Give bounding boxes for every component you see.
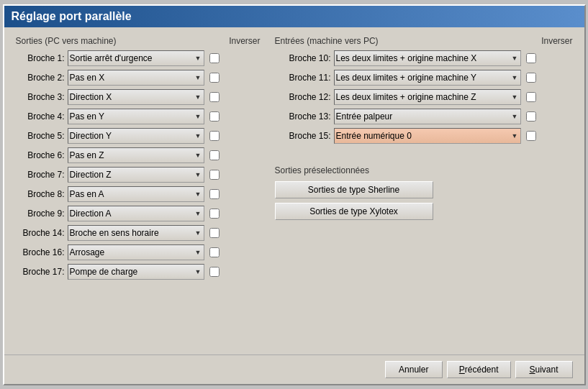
select-wrapper: Entrée numérique 0 — [334, 128, 521, 144]
left-column: Sorties (PC vers machine) Inverser Broch… — [16, 36, 261, 346]
preselect-section: Sorties préselectionnées Sorties de type… — [275, 165, 573, 220]
row-select[interactable]: Pas en X — [68, 70, 204, 86]
right-row: Broche 12:Les deux limites + origine mac… — [275, 89, 573, 105]
select-wrapper: Direction A — [68, 206, 204, 221]
inverser-checkbox[interactable] — [209, 131, 220, 141]
row-label: Broche 16: — [16, 247, 65, 257]
row-select[interactable]: Pas en Y — [68, 109, 204, 124]
row-select[interactable]: Les deux limites + origine machine Z — [334, 89, 521, 105]
row-label: Broche 2: — [16, 73, 65, 83]
left-row: Broche 17:Pompe de charge — [16, 264, 261, 280]
inverser-checkbox[interactable] — [526, 111, 536, 122]
select-wrapper: Pas en Z — [68, 147, 204, 163]
right-column: Entrées (machine vers PC) Inverser Broch… — [275, 36, 573, 346]
inverser-checkbox[interactable] — [209, 92, 220, 102]
inverser-checkbox[interactable] — [209, 170, 220, 180]
row-label: Broche 4: — [16, 111, 65, 122]
left-header-label: Sorties (PC vers machine) — [16, 36, 117, 46]
row-label: Broche 6: — [16, 150, 65, 160]
right-row: Broche 10:Les deux limites + origine mac… — [275, 50, 573, 66]
select-wrapper: Direction X — [68, 89, 204, 105]
suivant-button[interactable]: Suivant — [515, 361, 573, 378]
right-column-header: Entrées (machine vers PC) Inverser — [275, 36, 573, 46]
row-select[interactable]: Arrosage — [68, 244, 204, 260]
inverser-checkbox[interactable] — [526, 92, 536, 102]
inverser-checkbox[interactable] — [209, 53, 220, 63]
inverser-checkbox[interactable] — [209, 111, 220, 122]
left-row: Broche 4:Pas en Y — [16, 109, 261, 124]
row-label: Broche 10: — [275, 53, 331, 63]
select-wrapper: Arrosage — [68, 244, 204, 260]
dialog-title: Réglage port parallèle — [12, 10, 132, 22]
select-wrapper: Les deux limites + origine machine Z — [334, 89, 521, 105]
left-column-header: Sorties (PC vers machine) Inverser — [16, 36, 261, 46]
row-label: Broche 12: — [275, 92, 331, 102]
left-row: Broche 3:Direction X — [16, 89, 261, 105]
row-label: Broche 3: — [16, 92, 65, 102]
row-label: Broche 8: — [16, 189, 65, 199]
inverser-checkbox[interactable] — [526, 73, 536, 83]
row-label: Broche 14: — [16, 228, 65, 238]
row-label: Broche 15: — [275, 131, 331, 141]
row-select[interactable]: Sortie arrêt d'urgence — [68, 50, 204, 66]
inverser-checkbox[interactable] — [209, 150, 220, 160]
row-select[interactable]: Entrée numérique 0 — [334, 128, 521, 144]
inverser-checkbox[interactable] — [209, 189, 220, 199]
annuler-button[interactable]: Annuler — [385, 361, 443, 378]
left-row: Broche 14:Broche en sens horaire — [16, 225, 261, 241]
row-label: Broche 13: — [275, 111, 331, 122]
inverser-checkbox[interactable] — [209, 267, 220, 277]
right-header-label: Entrées (machine vers PC) — [275, 36, 379, 46]
right-row: Broche 15:Entrée numérique 0 — [275, 128, 573, 144]
inverser-checkbox[interactable] — [209, 209, 220, 219]
row-select[interactable]: Direction X — [68, 89, 204, 105]
row-select[interactable]: Les deux limites + origine machine X — [334, 50, 521, 66]
left-row: Broche 7:Direction Z — [16, 167, 261, 183]
select-wrapper: Direction Y — [68, 128, 204, 144]
select-wrapper: Pas en Y — [68, 109, 204, 124]
right-row: Broche 11:Les deux limites + origine mac… — [275, 70, 573, 86]
select-wrapper: Sortie arrêt d'urgence — [68, 50, 204, 66]
inverser-checkbox[interactable] — [526, 53, 536, 63]
row-label: Broche 11: — [275, 73, 331, 83]
xylotex-button[interactable]: Sorties de type Xylotex — [275, 203, 433, 220]
select-wrapper: Pas en X — [68, 70, 204, 86]
select-wrapper: Direction Z — [68, 167, 204, 183]
title-bar: Réglage port parallèle — [4, 6, 584, 27]
left-header-inverser: Inverser — [229, 36, 260, 46]
row-label: Broche 5: — [16, 131, 65, 141]
row-select[interactable]: Les deux limites + origine machine Y — [334, 70, 521, 86]
dialog: Réglage port parallèle Sorties (PC vers … — [3, 4, 586, 385]
inverser-checkbox[interactable] — [209, 228, 220, 238]
row-select[interactable]: Broche en sens horaire — [68, 225, 204, 241]
row-label: Broche 17: — [16, 267, 65, 277]
select-wrapper: Broche en sens horaire — [68, 225, 204, 241]
row-label: Broche 9: — [16, 209, 65, 219]
right-header-inverser: Inverser — [541, 36, 572, 46]
precedent-button[interactable]: Précédent — [447, 361, 511, 378]
row-select[interactable]: Entrée palpeur — [334, 109, 521, 124]
row-select[interactable]: Pas en Z — [68, 147, 204, 163]
row-select[interactable]: Direction Y — [68, 128, 204, 144]
row-select[interactable]: Direction A — [68, 206, 204, 221]
row-select[interactable]: Direction Z — [68, 167, 204, 183]
right-rows-container: Broche 10:Les deux limites + origine mac… — [275, 50, 573, 144]
row-select[interactable]: Pas en A — [68, 186, 204, 202]
left-row: Broche 8:Pas en A — [16, 186, 261, 202]
row-label: Broche 1: — [16, 53, 65, 63]
preselect-label: Sorties préselectionnées — [275, 165, 573, 175]
left-row: Broche 1:Sortie arrêt d'urgence — [16, 50, 261, 66]
left-row: Broche 2:Pas en X — [16, 70, 261, 86]
select-wrapper: Entrée palpeur — [334, 109, 521, 124]
left-row: Broche 9:Direction A — [16, 206, 261, 221]
row-label: Broche 7: — [16, 170, 65, 180]
row-select[interactable]: Pompe de charge — [68, 264, 204, 280]
inverser-checkbox[interactable] — [209, 73, 220, 83]
footer: Annuler Précédent Suivant — [4, 354, 584, 384]
suivant-label: Suivant — [529, 365, 558, 375]
left-row: Broche 5:Direction Y — [16, 128, 261, 144]
inverser-checkbox[interactable] — [209, 247, 220, 257]
sherline-button[interactable]: Sorties de type Sherline — [275, 181, 433, 198]
inverser-checkbox[interactable] — [526, 131, 536, 141]
left-row: Broche 6:Pas en Z — [16, 147, 261, 163]
